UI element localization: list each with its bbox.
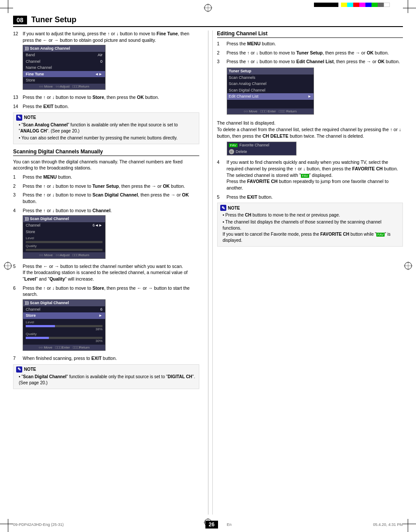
page-footer: 09-PDP42A3HD-Eng (25-31) 26 En 05.4.20, … (13, 521, 403, 529)
crop-mark-br-v (408, 519, 408, 532)
edit-step-2: 2 Press the ↑ or ↓ button to move to Tun… (217, 50, 403, 56)
note-item-2-1: "Scan Digital Channel" function is avail… (19, 374, 196, 386)
scan-step-6-content: Press the ↑ or ↓ button to move to Store… (23, 285, 199, 352)
crop-mark-bl-h (0, 524, 13, 524)
footer-left: 09-PDP42A3HD-Eng (25-31) (13, 522, 64, 527)
crop-mark-tr-h (403, 8, 416, 8)
color-bar-yellow (341, 3, 347, 7)
scan-step-2: 2 Press the ↑ or ↓ button to move to Tun… (13, 183, 199, 190)
tuner-item-edit-channel: Edit Channel List► (227, 93, 314, 100)
fav-badge: FAV (229, 143, 238, 147)
color-bar-red (353, 3, 359, 7)
scan-analog-row-finetune: Fine Tune◄► (23, 71, 105, 78)
reg-circle-right (404, 261, 413, 271)
chapter-badge: 08 (13, 16, 27, 24)
scan-analog-screen: ))) Scan Analog Channel BandAir Channel0… (23, 45, 106, 90)
scan-digital-bars: Level Quality (23, 235, 105, 252)
scan-analog-row-store: Store (23, 77, 105, 84)
edit-step-5: 5 Press the EXIT button. (217, 194, 403, 200)
scan-digital-screen-2: ))) Scan Digital Channel Channel6 Store►… (23, 299, 106, 351)
footer-center-group: 26 En (205, 521, 232, 529)
fav-inline-badge-2: FAV (376, 233, 385, 237)
scan-digital-screen-1-footer: ○○ Move ○○Adjust □□□Return (23, 252, 105, 258)
tuner-screen-spacer (227, 100, 314, 108)
left-column: 12 If you want to adjust the tuning, pre… (13, 30, 204, 515)
step-12-content: If you want to adjust the tuning, press … (23, 30, 199, 91)
reg-circle-top (204, 3, 212, 13)
color-bar-green (372, 3, 378, 7)
right-column: Editing Channel List 1 Press the MENU bu… (212, 30, 403, 515)
scan-step-7-num: 7 (13, 355, 23, 362)
crop-mark-tr-v (408, 0, 408, 13)
edit-step-3-content: Press the ↑ or ↓ button to move to Edit … (227, 58, 403, 117)
scan-step-3: 3 Press the ↑ or ↓ button to move to Sca… (13, 192, 199, 204)
fav-row: FAV Favorite Channel (227, 142, 296, 148)
note-label-2: NOTE (24, 367, 36, 372)
edit-step-4: 4 If you want to find channels quickly a… (217, 159, 403, 191)
tuner-item-scan-digital: Scan Digital Channel (227, 87, 314, 94)
edit-step-1-num: 1 (217, 41, 227, 47)
step-12: 12 If you want to adjust the tuning, pre… (13, 30, 199, 91)
scan-step-3-num: 3 (13, 192, 23, 204)
scan-analog-row-channel: Channel0 (23, 58, 105, 65)
edit-step-1-content: Press the MENU button. (227, 41, 403, 47)
scan-digital-screen-2-bars: Level 38% Quality 30% (23, 319, 105, 345)
edit-step-4-content: If you want to find channels quickly and… (227, 159, 403, 191)
crop-mark-br-h (403, 524, 416, 524)
delete-icon: ○ (229, 149, 234, 154)
scan-analog-title: ))) Scan Analog Channel (23, 45, 105, 52)
scan-step-4: 4 Press the ↑ or ↓ button to move to Cha… (13, 207, 199, 261)
fav-inline-badge: FAV (301, 174, 309, 178)
scan-digital-screen-2-row-ch: Channel6 (23, 306, 105, 313)
scan-step-6-num: 6 (13, 285, 23, 352)
step-13-content: Press the ↑ or ↓ button to move to Store… (23, 94, 199, 101)
edit-step-2-content: Press the ↑ or ↓ button to move to Tuner… (227, 50, 403, 56)
edit-step-4-num: 4 (217, 159, 227, 191)
delete-label: Delete (236, 149, 247, 154)
scan-digital-row-store: Store (23, 229, 105, 235)
note-icon-1: ✎ (16, 115, 22, 121)
scan-step-5-num: 5 (13, 263, 23, 282)
scan-digital-screen-2-footer: ○○ Move □□□Enter □□□Return (23, 345, 105, 350)
note-item-1-1: "Scan Analog Channel" function is availa… (19, 122, 196, 134)
edit-step-5-num: 5 (217, 194, 227, 200)
main-content: 12 If you want to adjust the tuning, pre… (13, 30, 403, 515)
color-bar-white (384, 3, 390, 7)
color-bar-blue (365, 3, 372, 7)
crop-mark-bl-v (8, 519, 8, 532)
note-label-1: NOTE (24, 115, 36, 120)
page-title: Tuner Setup (31, 15, 77, 24)
note-item-3-2: The channel list displays the channels o… (223, 219, 400, 244)
tuner-screen-footer: ○○ Move □□□ Enter □□□ Return (227, 108, 314, 114)
scan-digital-heading: Scanning Digital Channels Manually (13, 149, 199, 156)
scan-step-4-content: Press the ↑ or ↓ button to move to Chann… (23, 207, 199, 261)
step-13-num: 13 (13, 94, 23, 101)
crop-mark-tl-h (0, 8, 13, 8)
tuner-setup-screen: Tuner Setup Scan Channels Scan Analog Ch… (227, 68, 314, 115)
scan-analog-row-name: Name Channel (23, 64, 105, 71)
note-box-3: ✎ NOTE Press the CH buttons to move to t… (217, 203, 403, 247)
scan-digital-screen-1: ))) Scan Digital Channel Channel6◄► Stor… (23, 215, 106, 258)
color-bar-black3 (326, 3, 332, 7)
step-12-num: 12 (13, 30, 23, 91)
crop-mark-tl-v (8, 0, 8, 13)
page-header: 08 Tuner Setup (13, 15, 403, 27)
note-label-3: NOTE (228, 206, 240, 210)
note-icon-2: ✎ (16, 366, 22, 373)
tuner-screen-title: Tuner Setup (227, 68, 314, 75)
step-13: 13 Press the ↑ or ↓ button to move to St… (13, 94, 199, 101)
color-bar-black4 (332, 3, 338, 7)
step-14: 14 Press the EXIT button. (13, 103, 199, 110)
tuner-item-scan-channels: Scan Channels (227, 75, 314, 81)
color-bar-black1 (314, 3, 320, 7)
scan-step-5-content: Press the ← or → button to select the ch… (23, 263, 199, 282)
color-bars-top (314, 3, 390, 7)
tuner-item-scan-analog: Scan Analog Channel (227, 81, 314, 87)
edit-step-3: 3 Press the ↑ or ↓ button to move to Edi… (217, 58, 403, 117)
note-header-1: ✎ NOTE (16, 115, 196, 121)
note-box-2: ✎ NOTE "Scan Digital Channel" function i… (13, 364, 199, 389)
step-14-num: 14 (13, 103, 23, 110)
edit-step-3-num: 3 (217, 58, 227, 117)
note-item-1-2: You can also select the channel number b… (19, 135, 196, 141)
editing-channel-list-heading: Editing Channel List (217, 30, 403, 38)
